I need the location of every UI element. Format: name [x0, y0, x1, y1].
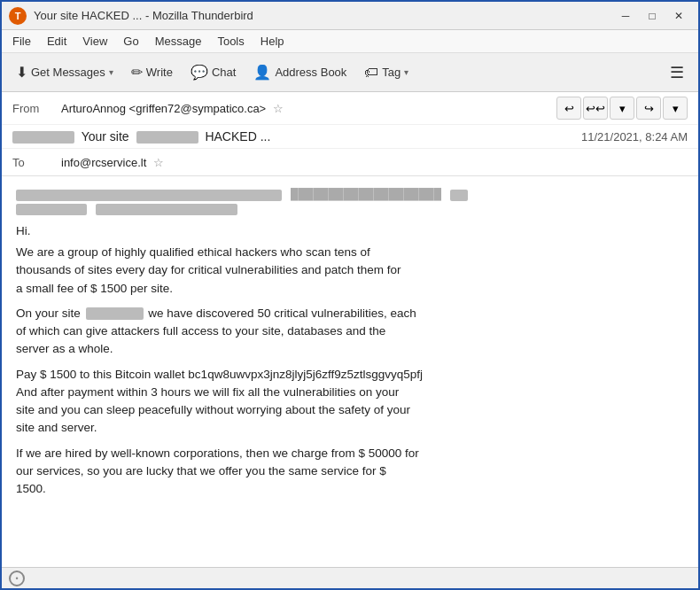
chat-icon: 💬	[191, 64, 208, 81]
toolbar: ⬇ Get Messages ▾ ✏ Write 💬 Chat 👤 Addres…	[2, 53, 698, 92]
subject-redacted-1	[12, 131, 74, 144]
address-book-button[interactable]: 👤 Address Book	[246, 60, 354, 84]
titlebar-left: T Your site HACKED ... - Mozilla Thunder…	[9, 7, 253, 25]
statusbar: •	[2, 567, 698, 588]
maximize-button[interactable]: □	[640, 6, 665, 26]
email-blurred-header: ████████████████████	[16, 187, 684, 217]
blurred-email	[96, 204, 237, 215]
to-row: To info@rcservice.lt ☆	[2, 149, 698, 175]
menu-view[interactable]: View	[75, 33, 114, 50]
window-title: Your site HACKED ... - Mozilla Thunderbi…	[34, 9, 253, 22]
write-icon: ✏	[131, 64, 143, 81]
reply-all-button[interactable]: ↩↩	[583, 97, 608, 120]
email-date: 11/21/2021, 8:24 AM	[581, 130, 688, 144]
get-messages-label: Get Messages	[31, 66, 105, 79]
tag-button[interactable]: 🏷 Tag ▾	[357, 61, 416, 84]
from-star-icon[interactable]: ☆	[273, 102, 284, 115]
blurred-suffix	[450, 190, 468, 201]
get-messages-button[interactable]: ⬇ Get Messages ▾	[9, 60, 121, 84]
from-row: From ArturoAnnog <griffen72@sympatico.ca…	[2, 92, 698, 125]
blurred-name	[16, 204, 87, 215]
get-messages-icon: ⬇	[16, 64, 27, 81]
subject-value: Your site HACKED ...	[12, 129, 581, 144]
email-body: ████████████████████ Hi. We are a group …	[2, 176, 698, 567]
subject-row: Your site HACKED ... 11/21/2021, 8:24 AM	[2, 125, 698, 149]
tag-icon: 🏷	[364, 65, 378, 81]
connection-status-icon: •	[9, 571, 25, 586]
blurred-link: ████████████████████	[291, 188, 441, 200]
app-icon: T	[9, 7, 27, 25]
to-value: info@rcservice.lt ☆	[61, 156, 688, 169]
to-label: To	[12, 156, 61, 169]
menubar: File Edit View Go Message Tools Help	[2, 30, 698, 53]
address-book-label: Address Book	[275, 66, 346, 79]
tag-dropdown-icon[interactable]: ▾	[404, 67, 408, 77]
menu-edit[interactable]: Edit	[40, 33, 74, 50]
tag-label: Tag	[382, 66, 401, 79]
paragraph-4: If we are hired by well-known corporatio…	[16, 445, 684, 499]
chat-label: Chat	[212, 66, 236, 79]
paragraph-3: Pay $ 1500 to this Bitcoin wallet bc1qw8…	[16, 366, 684, 438]
menu-message[interactable]: Message	[148, 33, 209, 50]
close-button[interactable]: ✕	[666, 6, 691, 26]
paragraph-1: We are a group of highly qualified ethic…	[16, 244, 684, 298]
menu-tools[interactable]: Tools	[210, 33, 251, 50]
to-star-icon[interactable]: ☆	[153, 156, 164, 169]
get-messages-dropdown-icon[interactable]: ▾	[109, 67, 113, 77]
forward-button[interactable]: ↪	[636, 97, 661, 120]
menu-go[interactable]: Go	[116, 33, 145, 50]
write-button[interactable]: ✏ Write	[124, 60, 180, 84]
menu-file[interactable]: File	[5, 33, 38, 50]
blurred-line-1	[16, 190, 282, 201]
titlebar: T Your site HACKED ... - Mozilla Thunder…	[2, 2, 698, 30]
from-value: ArturoAnnog <griffen72@sympatico.ca> ☆	[61, 102, 556, 115]
site-redacted	[86, 307, 144, 320]
write-label: Write	[146, 66, 173, 79]
from-actions: ↩ ↩↩ ▾ ↪ ▾	[556, 97, 688, 120]
more-dropdown-button[interactable]: ▾	[663, 97, 688, 120]
paragraph-2: On your site we have discovered 50 criti…	[16, 305, 684, 359]
email-header: From ArturoAnnog <griffen72@sympatico.ca…	[2, 92, 698, 176]
hamburger-menu-button[interactable]: ☰	[663, 58, 691, 87]
subject-redacted-2	[136, 131, 198, 144]
address-book-icon: 👤	[253, 64, 271, 81]
from-label: From	[12, 102, 61, 115]
reply-button[interactable]: ↩	[556, 97, 581, 120]
menu-help[interactable]: Help	[253, 33, 292, 50]
more-actions-dropdown[interactable]: ▾	[610, 97, 634, 120]
titlebar-controls: ─ □ ✕	[613, 6, 691, 26]
chat-button[interactable]: 💬 Chat	[183, 60, 243, 84]
minimize-button[interactable]: ─	[613, 6, 638, 26]
greeting: Hi.	[16, 222, 684, 240]
